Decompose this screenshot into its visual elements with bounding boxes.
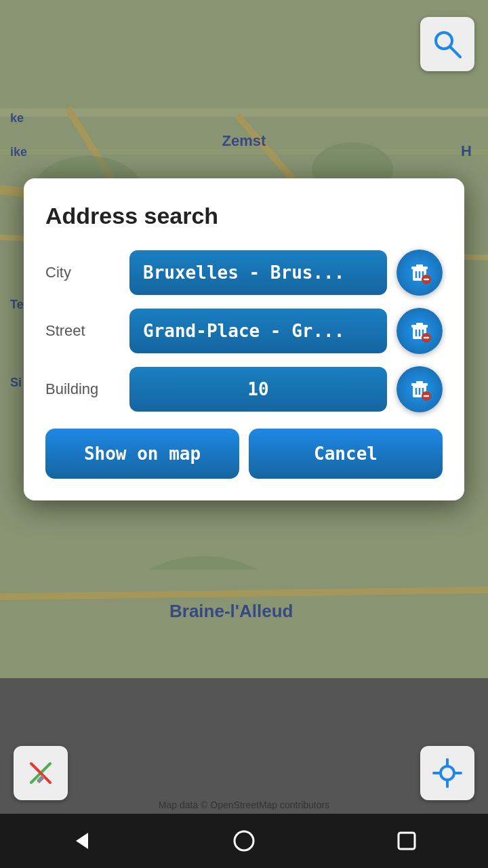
map-attribution: Map data © OpenStreetMap contributors [0, 800, 488, 810]
trash-icon [407, 319, 432, 343]
back-icon [69, 829, 94, 853]
address-search-dialog: Address search City Bruxelles - Brus... [24, 178, 464, 500]
svg-marker-55 [76, 833, 88, 849]
tools-icon [24, 757, 57, 789]
svg-point-50 [441, 766, 454, 780]
svg-point-56 [235, 831, 253, 850]
city-delete-button[interactable] [396, 250, 443, 296]
modal-overlay: Address search City Bruxelles - Brus... [0, 0, 488, 678]
svg-rect-33 [416, 323, 423, 326]
tools-button[interactable] [14, 746, 68, 800]
cancel-button[interactable]: Cancel [249, 429, 443, 479]
crosshair-icon [431, 757, 464, 789]
recent-apps-button[interactable] [380, 814, 434, 868]
city-input[interactable]: Bruxelles - Brus... [129, 250, 387, 295]
svg-rect-25 [416, 264, 423, 267]
crosshair-button[interactable] [420, 746, 474, 800]
home-button[interactable] [217, 814, 271, 868]
street-delete-button[interactable] [396, 308, 443, 354]
back-button[interactable] [54, 814, 108, 868]
svg-rect-41 [416, 381, 423, 384]
home-icon [232, 829, 256, 853]
building-input[interactable]: 10 [129, 367, 387, 412]
dialog-buttons: Show on map Cancel [45, 429, 443, 479]
navigation-bar [0, 814, 488, 868]
svg-rect-57 [399, 833, 415, 849]
city-label: City [45, 264, 120, 281]
street-label: Street [45, 322, 120, 340]
trash-icon [407, 377, 432, 401]
show-on-map-button[interactable]: Show on map [45, 429, 239, 479]
street-input[interactable]: Grand-Place - Gr... [129, 309, 387, 353]
building-row: Building 10 [45, 366, 443, 412]
street-row: Street Grand-Place - Gr... [45, 308, 443, 354]
dialog-title: Address search [45, 203, 443, 229]
city-row: City Bruxelles - Brus... [45, 250, 443, 296]
building-delete-button[interactable] [396, 366, 443, 412]
building-label: Building [45, 380, 120, 398]
trash-icon [407, 260, 432, 285]
recent-icon [394, 829, 419, 853]
